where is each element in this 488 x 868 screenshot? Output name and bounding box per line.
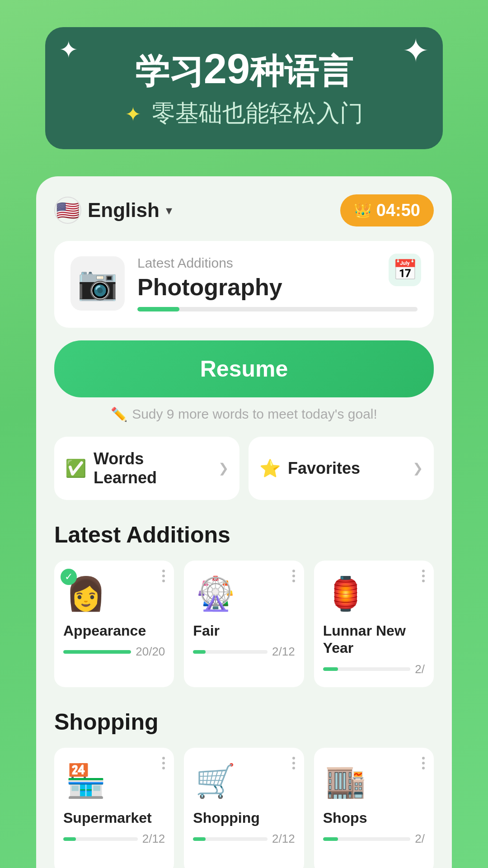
topic-progress-shopping: 2/12	[193, 832, 295, 846]
topic-progress-supermarket: 2/12	[63, 832, 165, 846]
topic-name-shopping: Shopping	[193, 809, 295, 826]
quick-links: ✅ Words Learned ❯ ⭐ Favorites ❯	[54, 437, 434, 500]
sparkle-icon-tl: ✦	[59, 36, 79, 63]
topic-icon-fair: 🎡	[193, 571, 238, 617]
topic-progress-lunar: 2/	[323, 662, 425, 676]
arrow-right-icon: ❯	[218, 461, 229, 476]
progress-text-appearance: 20/20	[136, 645, 165, 659]
progress-fill-appearance	[63, 650, 131, 654]
topic-icon-supermarket: 🏪	[63, 759, 108, 804]
topic-card-lunar[interactable]: 🏮 Lunnar New Year 2/	[314, 561, 434, 687]
calendar-badge-icon[interactable]: 📅	[389, 254, 421, 286]
flag-icon: 🇺🇸	[54, 197, 81, 224]
check-badge-icon: ✓	[61, 569, 77, 585]
shopping-heading: Shopping	[54, 709, 434, 735]
premium-badge[interactable]: 👑 04:50	[340, 194, 434, 226]
latest-additions-card: 📷 Latest Additions Photography 📅	[54, 241, 434, 328]
card-header: 🇺🇸 English ▾ 👑 04:50	[54, 194, 434, 226]
progress-text-shops: 2/	[415, 832, 425, 846]
progress-bar-wrap	[137, 307, 418, 311]
latest-additions-heading: Latest Additions	[54, 522, 434, 548]
camera-icon: 📷	[70, 256, 125, 311]
progress-fill-supermarket	[63, 837, 76, 841]
words-learned-button[interactable]: ✅ Words Learned ❯	[54, 437, 239, 500]
yellow-star-icon: ✦	[125, 103, 141, 125]
progress-fill-lunar	[323, 667, 338, 671]
language-name: English	[88, 199, 160, 222]
topic-card-shopping[interactable]: 🛒 Shopping 2/12	[184, 748, 304, 868]
topic-card-supermarket[interactable]: 🏪 Supermarket 2/12	[54, 748, 174, 868]
main-card: 🇺🇸 English ▾ 👑 04:50 📷 Latest Additions …	[36, 176, 452, 868]
progress-fill-fair	[193, 650, 206, 654]
top-banner: ✦ ✦ 学习29种语言 ✦ 零基础也能轻松入门	[45, 27, 443, 149]
topic-menu-icon-shopping[interactable]	[292, 757, 295, 769]
latest-title: Photography	[137, 274, 418, 301]
topic-name-appearance: Appearance	[63, 622, 165, 639]
latest-info: Latest Additions Photography	[137, 255, 418, 311]
shopping-grid: 🏪 Supermarket 2/12 🛒 Shopping	[54, 748, 434, 868]
topic-icon-shopping: 🛒	[193, 759, 238, 804]
topic-name-supermarket: Supermarket	[63, 809, 165, 826]
edit-icon: ✏️	[111, 406, 127, 422]
latest-label: Latest Additions	[137, 255, 418, 271]
topic-menu-icon[interactable]	[162, 570, 165, 582]
favorites-label: Favorites	[288, 459, 405, 478]
topic-icon-shops: 🏬	[323, 759, 368, 804]
resume-button[interactable]: Resume	[54, 340, 434, 397]
check-icon: ✅	[65, 458, 86, 478]
progress-fill-shops	[323, 837, 338, 841]
study-goal-text: ✏️ Sudy 9 more words to meet today's goa…	[54, 406, 434, 422]
topic-menu-icon-supermarket[interactable]	[162, 757, 165, 769]
topic-menu-icon-fair[interactable]	[292, 570, 295, 582]
sparkle-icon-tr: ✦	[402, 32, 429, 70]
topic-name-shops: Shops	[323, 809, 425, 826]
progress-fill-shopping	[193, 837, 206, 841]
topic-icon-appearance: 👩 ✓	[63, 571, 108, 617]
progress-text-supermarket: 2/12	[142, 832, 165, 846]
progress-text-lunar: 2/	[415, 662, 425, 676]
arrow-right-icon-2: ❯	[413, 461, 423, 476]
topic-progress-shops: 2/	[323, 832, 425, 846]
dropdown-arrow-icon: ▾	[166, 203, 172, 218]
banner-subtitle: ✦ 零基础也能轻松入门	[72, 98, 416, 129]
favorites-button[interactable]: ⭐ Favorites ❯	[249, 437, 434, 500]
progress-text-shopping: 2/12	[272, 832, 295, 846]
topic-card-shops[interactable]: 🏬 Shops 2/	[314, 748, 434, 868]
crown-icon: 👑	[354, 202, 372, 219]
star-icon: ⭐	[259, 458, 281, 478]
words-learned-label: Words Learned	[94, 449, 211, 487]
topic-card-fair[interactable]: 🎡 Fair 2/12	[184, 561, 304, 687]
topic-menu-icon-shops[interactable]	[422, 757, 425, 769]
latest-additions-grid: 👩 ✓ Appearance 20/20 🎡 Fair	[54, 561, 434, 687]
progress-bar-fill	[137, 307, 179, 311]
topic-icon-lunar: 🏮	[323, 571, 368, 617]
timer-text: 04:50	[376, 201, 420, 220]
topic-name-lunar: Lunnar New Year	[323, 622, 425, 657]
topic-menu-icon-lunar[interactable]	[422, 570, 425, 582]
progress-text-fair: 2/12	[272, 645, 295, 659]
topic-card-appearance[interactable]: 👩 ✓ Appearance 20/20	[54, 561, 174, 687]
banner-number: 29	[204, 46, 250, 92]
language-selector[interactable]: 🇺🇸 English ▾	[54, 197, 172, 224]
banner-title: 学习29种语言	[72, 45, 416, 93]
topic-name-fair: Fair	[193, 622, 295, 639]
topic-progress-fair: 2/12	[193, 645, 295, 659]
topic-progress-appearance: 20/20	[63, 645, 165, 659]
